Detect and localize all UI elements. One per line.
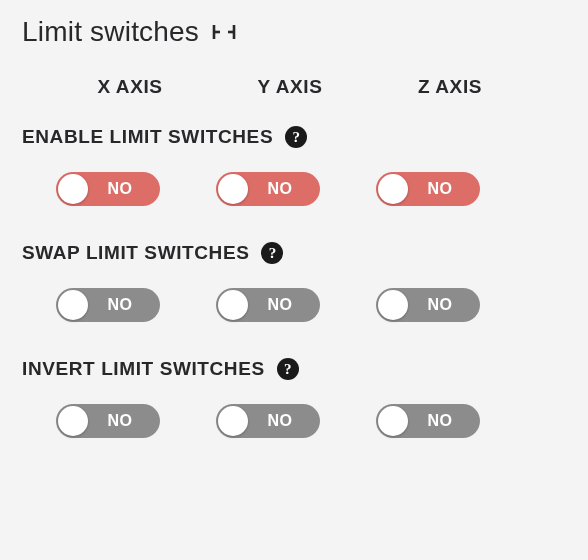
invert-label: INVERT LIMIT SWITCHES — [22, 358, 265, 380]
invert-y-toggle[interactable]: NO — [216, 404, 320, 438]
toggle-knob — [218, 174, 248, 204]
axis-header-z: Z AXIS — [370, 76, 530, 98]
axis-header-row: X AXIS Y AXIS Z AXIS — [22, 76, 566, 98]
limit-switches-panel: Limit switches X AXIS Y AXIS Z AXIS ENAB… — [0, 0, 588, 438]
toggle-knob — [58, 406, 88, 436]
toggle-knob — [58, 174, 88, 204]
axis-header-x: X AXIS — [50, 76, 210, 98]
enable-x-toggle[interactable]: NO — [56, 172, 160, 206]
toggle-knob — [378, 174, 408, 204]
enable-z-toggle[interactable]: NO — [376, 172, 480, 206]
toggle-knob — [218, 290, 248, 320]
limit-switch-icon — [211, 22, 237, 42]
enable-label-row: ENABLE LIMIT SWITCHES ? — [22, 126, 566, 148]
help-icon[interactable]: ? — [261, 242, 283, 264]
invert-z-toggle[interactable]: NO — [376, 404, 480, 438]
panel-title: Limit switches — [22, 16, 199, 48]
swap-label-row: SWAP LIMIT SWITCHES ? — [22, 242, 566, 264]
enable-label: ENABLE LIMIT SWITCHES — [22, 126, 273, 148]
invert-label-row: INVERT LIMIT SWITCHES ? — [22, 358, 566, 380]
toggle-knob — [378, 406, 408, 436]
enable-y-toggle[interactable]: NO — [216, 172, 320, 206]
help-icon[interactable]: ? — [277, 358, 299, 380]
toggle-knob — [58, 290, 88, 320]
swap-y-toggle[interactable]: NO — [216, 288, 320, 322]
help-icon[interactable]: ? — [285, 126, 307, 148]
swap-label: SWAP LIMIT SWITCHES — [22, 242, 249, 264]
axis-header-y: Y AXIS — [210, 76, 370, 98]
swap-toggle-row: NO NO NO — [22, 288, 566, 322]
swap-z-toggle[interactable]: NO — [376, 288, 480, 322]
enable-toggle-row: NO NO NO — [22, 172, 566, 206]
toggle-knob — [378, 290, 408, 320]
title-row: Limit switches — [22, 16, 566, 48]
swap-x-toggle[interactable]: NO — [56, 288, 160, 322]
toggle-knob — [218, 406, 248, 436]
invert-toggle-row: NO NO NO — [22, 404, 566, 438]
invert-x-toggle[interactable]: NO — [56, 404, 160, 438]
